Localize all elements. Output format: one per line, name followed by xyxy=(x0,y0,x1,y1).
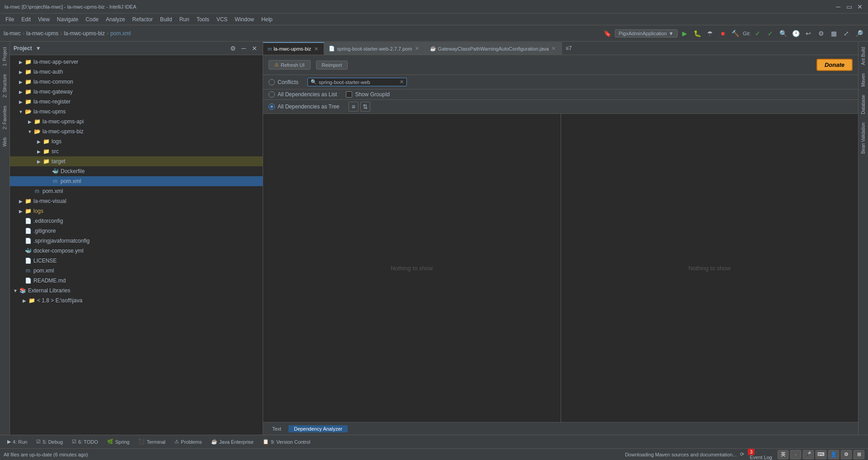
project-panel-close[interactable]: ✕ xyxy=(250,44,259,53)
tree-item-visual[interactable]: ▶ 📁 la-mwc-visual xyxy=(10,196,263,206)
tree-item-auth[interactable]: ▶ 📁 la-mwc-auth xyxy=(10,67,263,77)
bean-validation-label[interactable]: Bean Validation xyxy=(860,119,867,157)
tree-item-target[interactable]: ▶ 📁 target xyxy=(10,156,263,166)
run-with-coverage[interactable]: ☂ xyxy=(705,28,716,39)
ime-gear-button[interactable]: ⚙ xyxy=(841,450,852,459)
menu-code[interactable]: Code xyxy=(82,15,102,23)
project-panel-collapse[interactable]: ─ xyxy=(239,44,248,53)
stop-button[interactable]: ■ xyxy=(717,28,728,39)
tab-overflow-button[interactable]: ≡7 xyxy=(562,42,576,55)
tab-close-button[interactable]: ✕ xyxy=(313,46,319,52)
breadcrumb-file[interactable]: pom.xml xyxy=(110,30,131,37)
tree-item-pom-root[interactable]: ▶ m pom.xml xyxy=(10,266,263,276)
event-log-button[interactable]: Event Log xyxy=(748,455,774,460)
tree-item-pom-biz[interactable]: ▶ m pom.xml xyxy=(10,176,263,186)
all-deps-tree-radio[interactable]: All Dependencies as Tree xyxy=(269,103,340,110)
tab-upms-biz[interactable]: m la-mwc-upms-biz ✕ xyxy=(263,42,324,55)
tree-item-external-libs[interactable]: ▼ 📚 External Libraries xyxy=(10,286,263,296)
bookmark-icon[interactable]: 🔖 xyxy=(602,28,613,39)
tree-item-java18[interactable]: ▶ 📁 < 1.8 > E:\soft\java xyxy=(10,296,263,305)
version-control-tool-button[interactable]: 📋 9: Version Control xyxy=(259,438,314,446)
show-groupid-checkbox[interactable]: Show GroupId xyxy=(346,91,390,98)
tree-item-editorconfig[interactable]: ▶ 📄 .editorconfig xyxy=(10,216,263,226)
menu-run[interactable]: Run xyxy=(176,15,193,23)
menu-refactor[interactable]: Refactor xyxy=(129,15,156,23)
todo-tool-button[interactable]: ☑ 6: TODO xyxy=(68,438,102,446)
breadcrumb-root[interactable]: la-mwc xyxy=(4,30,21,37)
tree-item-readme[interactable]: ▶ 📄 README.md xyxy=(10,276,263,286)
project-strip-label[interactable]: 1: Project xyxy=(1,43,8,70)
ant-build-label[interactable]: Ant Build xyxy=(860,43,867,69)
find-button[interactable]: 🔎 xyxy=(854,28,864,39)
layout-button[interactable]: ▦ xyxy=(828,28,839,39)
run-button[interactable]: ▶ xyxy=(679,28,690,39)
window-controls[interactable]: ─ ▭ ✕ xyxy=(835,3,863,10)
recent-files-button[interactable]: 🕐 xyxy=(790,28,801,39)
tree-item-upms-biz[interactable]: ▼ 📂 la-mwc-upms-biz xyxy=(10,127,263,136)
tab-spring-boot-pom[interactable]: 📄 spring-boot-starter-web-2.7.7.pom ✕ xyxy=(324,42,425,55)
menu-tools[interactable]: Tools xyxy=(193,15,213,23)
run-tool-button[interactable]: ▶ 4: Run xyxy=(4,438,31,446)
tree-item-dockerfile[interactable]: ▶ 🐳 Dockerfile xyxy=(10,166,263,176)
search-everywhere-button[interactable]: 🔍 xyxy=(778,28,788,39)
tree-item-upms-api[interactable]: ▶ 📁 la-mwc-upms-api xyxy=(10,117,263,127)
undo-button[interactable]: ↩ xyxy=(803,28,814,39)
tree-item-gitignore[interactable]: ▶ 📄 .gitignore xyxy=(10,226,263,236)
tree-item-gateway[interactable]: ▶ 📁 la-mwc-gateway xyxy=(10,87,263,97)
tab-close-button[interactable]: ✕ xyxy=(414,46,420,52)
tree-item-app-server[interactable]: ▶ 📁 la-mwc-app-server xyxy=(10,57,263,67)
refresh-ui-button[interactable]: ⚠ Refresh UI xyxy=(269,60,311,70)
bottom-tab-text[interactable]: Text xyxy=(267,425,287,432)
search-box[interactable]: 🔍 spring-boot-starter-web ✕ xyxy=(307,78,407,86)
favorites-strip-label[interactable]: 2: Favorites xyxy=(1,102,8,133)
spring-tool-button[interactable]: 🌿 Spring xyxy=(104,438,133,446)
menu-build[interactable]: Build xyxy=(156,15,176,23)
expand-button[interactable]: ⤢ xyxy=(841,28,852,39)
tree-item-upms[interactable]: ▼ 📂 la-mwc-upms xyxy=(10,107,263,117)
tree-item-root-logs[interactable]: ▶ 📁 logs xyxy=(10,206,263,216)
git-commit-button[interactable]: ✓ xyxy=(765,28,776,39)
git-update-button[interactable]: ✓ xyxy=(752,28,763,39)
search-clear-icon[interactable]: ✕ xyxy=(400,79,404,85)
tree-item-springformat[interactable]: ▶ 📄 .springjavaformatconfig xyxy=(10,236,263,246)
maximize-button[interactable]: ▭ xyxy=(845,3,853,10)
project-dropdown-arrow[interactable]: ▼ xyxy=(36,45,41,52)
menu-view[interactable]: View xyxy=(34,15,53,23)
menu-window[interactable]: Window xyxy=(231,15,258,23)
conflicts-radio[interactable]: Conflicts xyxy=(269,79,298,85)
ime-en-button[interactable]: 英 xyxy=(778,450,788,459)
project-panel-gear[interactable]: ⚙ xyxy=(228,44,237,53)
tree-item-license[interactable]: ▶ 📄 LICENSE xyxy=(10,256,263,266)
menu-analyze[interactable]: Analyze xyxy=(102,15,129,23)
breadcrumb-upms[interactable]: la-mwc-upms xyxy=(26,30,58,37)
tree-item-common[interactable]: ▶ 📁 la-mwc-common xyxy=(10,77,263,87)
ime-dot-button[interactable]: · xyxy=(790,450,801,459)
menu-vcs[interactable]: VCS xyxy=(213,15,231,23)
reimport-button[interactable]: Reimport xyxy=(316,61,348,70)
close-button[interactable]: ✕ xyxy=(856,3,863,10)
build-button[interactable]: 🔨 xyxy=(730,28,741,39)
sort-button-2[interactable]: ⇅ xyxy=(360,102,370,112)
menu-file[interactable]: File xyxy=(2,15,18,23)
ime-keyboard-button[interactable]: ⌨ xyxy=(816,450,826,459)
terminal-tool-button[interactable]: ⬛ Terminal xyxy=(135,438,169,446)
menu-help[interactable]: Help xyxy=(258,15,276,23)
tree-item-register[interactable]: ▶ 📁 la-mwc-register xyxy=(10,97,263,107)
minimize-button[interactable]: ─ xyxy=(835,3,842,10)
debug-tool-button[interactable]: ☑ 5: Debug xyxy=(33,438,66,446)
run-config-selector[interactable]: PigxAdminApplication ▼ xyxy=(615,29,678,38)
tab-close-button[interactable]: ✕ xyxy=(551,46,557,52)
maven-label[interactable]: Maven xyxy=(860,70,867,90)
bottom-tab-dep-analyzer[interactable]: Dependency Analyzer xyxy=(288,425,348,432)
ime-grid-button[interactable]: ⊞ xyxy=(854,450,864,459)
settings-button[interactable]: ⚙ xyxy=(816,28,826,39)
database-label[interactable]: Database xyxy=(860,91,867,118)
tree-item-logs[interactable]: ▶ 📁 logs xyxy=(10,136,263,146)
donate-button[interactable]: Donate xyxy=(816,59,853,71)
java-enterprise-tool-button[interactable]: ☕ Java Enterprise xyxy=(208,438,257,446)
tab-gateway-class[interactable]: ☕ GatewayClassPathWarningAutoConfigurati… xyxy=(425,42,562,55)
all-deps-list-radio[interactable]: All Dependencies as List xyxy=(269,91,337,98)
sort-button-1[interactable]: ≡ xyxy=(349,102,359,112)
menu-navigate[interactable]: Navigate xyxy=(53,15,82,23)
menu-edit[interactable]: Edit xyxy=(18,15,34,23)
